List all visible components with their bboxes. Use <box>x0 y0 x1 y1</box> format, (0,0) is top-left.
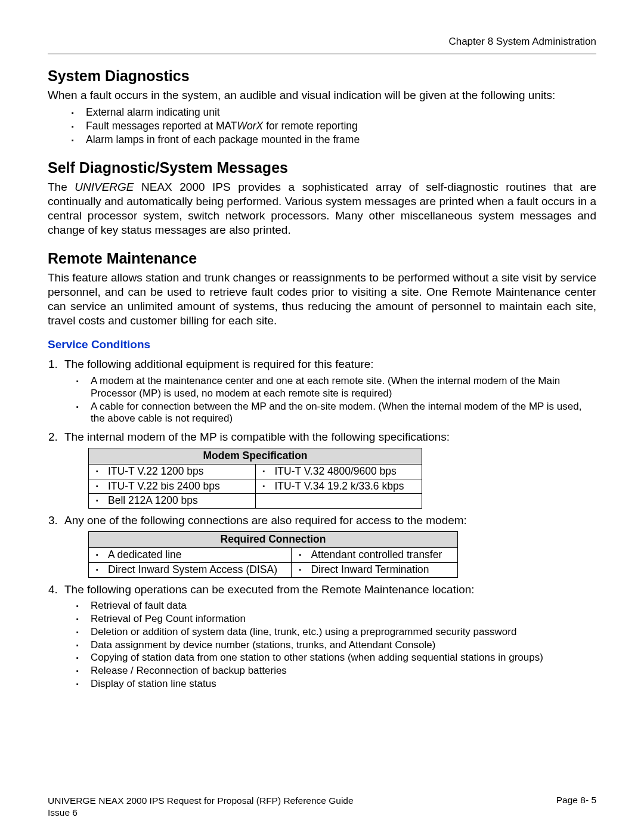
list-item: Data assignment by device number (statio… <box>76 639 596 652</box>
cell: ITU-T V.32 4800/9600 bps <box>261 465 417 478</box>
cell: A dedicated line <box>94 549 286 562</box>
list-item: External alarm indicating unit <box>72 106 596 119</box>
list-item: The internal modem of the MP is compatib… <box>61 430 596 509</box>
footer-title: UNIVERGE NEAX 2000 IPS Request for Propo… <box>48 795 354 806</box>
sub-list: A modem at the maintenance center and on… <box>76 375 596 425</box>
header-chapter: Chapter 8 System Administration <box>48 36 596 48</box>
sd-bullets: External alarm indicating unit Fault mes… <box>72 106 596 147</box>
service-conditions-list: The following additional equipment is re… <box>48 357 596 690</box>
cell: ITU-T V.34 19.2 k/33.6 kbps <box>261 480 417 493</box>
sub-list: Retrieval of fault data Retrieval of Peg… <box>76 600 596 690</box>
list-item: A modem at the maintenance center and on… <box>76 375 596 400</box>
text: Fault messages reported at MATWorX for r… <box>86 120 358 132</box>
cell: Attendant controlled transfer <box>296 549 453 562</box>
heading-remote-maintenance: Remote Maintenance <box>48 250 596 267</box>
modem-spec-table: Modem Specification ITU-T V.22 1200 bps … <box>88 448 422 509</box>
cell: ITU-T V.22 bis 2400 bps <box>94 480 250 493</box>
heading-system-diagnostics: System Diagnostics <box>48 67 596 85</box>
list-item: Retrieval of Peg Count information <box>76 613 596 625</box>
list-item: Display of station line status <box>76 678 596 690</box>
text: 2000 IPS Request for Proposal (RFP) Refe… <box>123 795 353 806</box>
text: The internal modem of the MP is compatib… <box>64 431 450 443</box>
required-connection-table: Required Connection A dedicated line Att… <box>88 531 458 578</box>
list-item: Deletion or addition of system data (lin… <box>76 626 596 639</box>
list-item: Copying of station data from one station… <box>76 652 596 664</box>
table-row: Direct Inward System Access (DISA) Direc… <box>89 562 458 577</box>
header-rule <box>48 54 596 54</box>
list-item: Any one of the following connections are… <box>61 513 596 577</box>
list-item: The following additional equipment is re… <box>61 357 596 425</box>
text: The following additional equipment is re… <box>64 358 374 370</box>
brand-univerge: UNIVERGE <box>75 181 134 193</box>
list-item: The following operations can be executed… <box>61 583 596 690</box>
footer: UNIVERGE NEAX 2000 IPS Request for Propo… <box>48 795 596 819</box>
cell: Direct Inward Termination <box>296 563 453 577</box>
table-header: Modem Specification <box>89 448 422 464</box>
list-item: Release / Reconnection of backup batteri… <box>76 665 596 677</box>
subhead-service-conditions: Service Conditions <box>48 338 596 351</box>
text: Any one of the following connections are… <box>64 514 467 527</box>
list-item: Alarm lamps in front of each package mou… <box>72 134 596 147</box>
text: The following operations can be executed… <box>64 583 475 596</box>
table-row: Bell 212A 1200 bps <box>89 494 422 509</box>
footer-issue: Issue 6 <box>48 807 78 817</box>
brand-neax: NEAX <box>134 181 172 193</box>
table-header: Required Connection <box>89 532 458 548</box>
text: UNIVERGE <box>48 795 98 806</box>
list-item: Retrieval of fault data <box>76 600 596 612</box>
cell: Direct Inward System Access (DISA) <box>94 563 286 577</box>
heading-self-diagnostic: Self Diagnostic/System Messages <box>48 159 596 176</box>
cell: Bell 212A 1200 bps <box>94 494 250 507</box>
text: NEAX <box>98 795 123 806</box>
sd-intro: When a fault occurs in the system, an au… <box>48 88 596 103</box>
text: The <box>48 181 75 193</box>
rm-para: This feature allows station and trunk ch… <box>48 271 596 327</box>
list-item: A cable for connection between the MP an… <box>76 401 596 425</box>
cell: ITU-T V.22 1200 bps <box>94 465 250 478</box>
page: Chapter 8 System Administration System D… <box>0 0 644 833</box>
cell-empty <box>255 494 422 509</box>
table-row: ITU-T V.22 bis 2400 bps ITU-T V.34 19.2 … <box>89 479 422 494</box>
footer-left: UNIVERGE NEAX 2000 IPS Request for Propo… <box>48 795 354 819</box>
sd-para: The UNIVERGE NEAX 2000 IPS provides a so… <box>48 180 596 237</box>
list-item: Fault messages reported at MATWorX for r… <box>72 120 596 133</box>
footer-page: Page 8- 5 <box>556 795 596 819</box>
table-row: ITU-T V.22 1200 bps ITU-T V.32 4800/9600… <box>89 464 422 479</box>
table-row: A dedicated line Attendant controlled tr… <box>89 547 458 562</box>
